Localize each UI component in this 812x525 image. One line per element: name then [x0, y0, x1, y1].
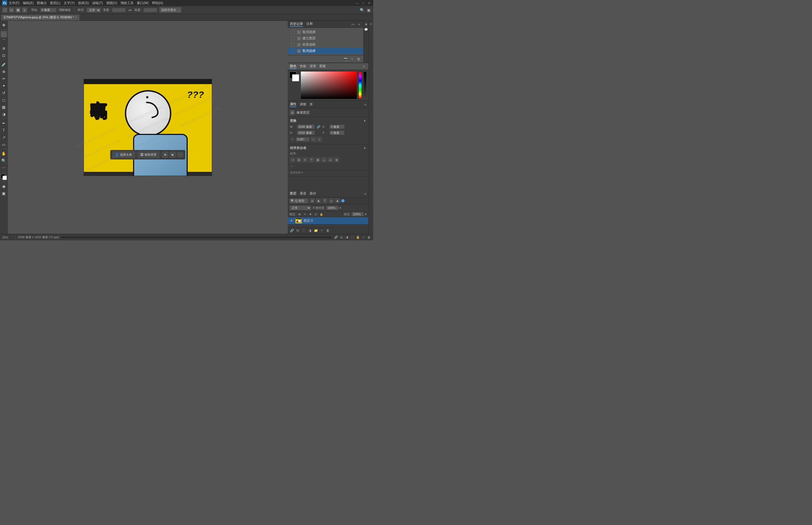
- menu-file[interactable]: 文件(F): [9, 1, 19, 5]
- status-delete-icon[interactable]: 🗑: [367, 235, 371, 240]
- quick-mask-tool[interactable]: ◉: [1, 183, 7, 190]
- color-swatches[interactable]: [1, 174, 7, 180]
- expand-icon[interactable]: >>: [351, 22, 355, 27]
- menu-select[interactable]: 选择(S): [78, 1, 89, 5]
- filter-text-icon[interactable]: T: [322, 198, 328, 204]
- workspace-icon[interactable]: ▣: [366, 7, 371, 13]
- history-menu-icon[interactable]: ≡: [357, 22, 361, 27]
- filter-shape-icon[interactable]: ▭: [328, 198, 334, 204]
- background-color[interactable]: [2, 176, 7, 180]
- fill-dropdown-icon[interactable]: ▾: [365, 212, 367, 216]
- eraser-tool[interactable]: ◻: [1, 97, 7, 103]
- menu-window[interactable]: 窗口(W): [137, 1, 149, 5]
- marquee-tool[interactable]: ⬚: [1, 31, 7, 38]
- history-item-3[interactable]: □ 取消选择: [288, 48, 363, 54]
- swatches-tab[interactable]: 色板: [300, 64, 306, 69]
- align-left-icon[interactable]: ⊣: [290, 157, 295, 163]
- align-top-icon[interactable]: ⊤: [309, 157, 314, 163]
- channels-tab[interactable]: 通道: [300, 191, 306, 196]
- menu-layer[interactable]: 图层(L): [50, 1, 61, 5]
- align-center-h-icon[interactable]: ⊟: [296, 157, 302, 163]
- fx-icon[interactable]: fx: [295, 228, 300, 233]
- refine-btn[interactable]: ⊕: [162, 152, 168, 158]
- history-tab[interactable]: 历史记录: [290, 21, 303, 27]
- lock-all-icon[interactable]: 🔒: [319, 212, 324, 216]
- menu-plugins[interactable]: 增效工具: [120, 1, 134, 5]
- history-side-icon-2[interactable]: 💬: [364, 27, 368, 32]
- tab-close-button[interactable]: ×: [75, 16, 77, 19]
- history-new-icon[interactable]: +: [350, 57, 355, 61]
- menu-image[interactable]: 图像(I): [37, 1, 46, 5]
- align-center-v-icon[interactable]: ⊠: [315, 157, 320, 163]
- zoom-tool[interactable]: 🔍: [1, 158, 7, 164]
- menu-filter[interactable]: 滤镜(T): [92, 1, 103, 5]
- paths-tab[interactable]: 路径: [310, 191, 316, 196]
- path-select-tool[interactable]: ↗: [1, 134, 7, 141]
- history-item-1[interactable]: □ 建立图层: [288, 35, 363, 42]
- menu-help[interactable]: 帮助(H): [152, 1, 163, 5]
- flip-v-icon[interactable]: ↕: [317, 137, 322, 142]
- blend-mode-select[interactable]: 正常: [289, 206, 311, 210]
- w-input[interactable]: [297, 124, 315, 129]
- adjustment-icon[interactable]: ◑: [307, 228, 312, 233]
- history-side-icon-1[interactable]: ◈: [364, 22, 368, 26]
- crop-tool[interactable]: ⊡: [1, 52, 7, 59]
- remove-background-button[interactable]: 🖼 移除背景: [137, 151, 160, 158]
- more-align-icon[interactable]: ···: [290, 163, 366, 169]
- properties-tab[interactable]: 属性: [290, 102, 297, 107]
- x-input[interactable]: [330, 124, 345, 129]
- status-lock-icon[interactable]: 🔒: [356, 235, 360, 240]
- search-icon[interactable]: 🔍: [360, 7, 364, 13]
- dodge-tool[interactable]: ◑: [1, 111, 7, 118]
- horizontal-scrollbar[interactable]: [61, 237, 332, 238]
- lock-transparent-icon[interactable]: ⊠: [297, 212, 302, 216]
- quick-select-tool[interactable]: ⊛: [1, 45, 7, 51]
- status-link-icon[interactable]: 🔗: [334, 235, 338, 240]
- select-subject-button[interactable]: 👤 选择主体: [112, 151, 135, 158]
- document-tab[interactable]: E7NNPSTVIAgminw.jpeg @ 25% (图层 0, RGB/8#…: [1, 14, 80, 20]
- adjustments-tab[interactable]: 调整: [300, 102, 306, 107]
- document-canvas[interactable]: 有事吗 ???: [84, 79, 212, 176]
- layers-tab[interactable]: 图层: [290, 191, 297, 196]
- style-select[interactable]: 正常: [87, 7, 101, 13]
- minimize-button[interactable]: —: [355, 1, 359, 5]
- mask-btn[interactable]: ☯: [169, 152, 176, 158]
- color-alpha-bar[interactable]: [363, 72, 367, 99]
- angle-input[interactable]: [296, 137, 310, 141]
- filter-adjust-icon[interactable]: ☯: [316, 198, 321, 204]
- brush-tool[interactable]: ✏: [1, 75, 7, 82]
- delete-layer-icon[interactable]: 🗑: [326, 228, 330, 233]
- width-input[interactable]: [112, 8, 126, 12]
- history-brush-tool[interactable]: ↺: [1, 90, 7, 96]
- filter-pixel-icon[interactable]: ⊡: [310, 198, 315, 204]
- gradient-tool[interactable]: ▦: [1, 104, 7, 110]
- status-fx-icon[interactable]: fx: [339, 235, 344, 240]
- menu-text[interactable]: 文字(Y): [64, 1, 75, 5]
- color-menu-icon[interactable]: ≡: [362, 64, 366, 69]
- link-layers-icon[interactable]: 🔗: [289, 228, 294, 233]
- lock-artboard-icon[interactable]: ✥: [308, 212, 313, 216]
- maximize-button[interactable]: □: [361, 1, 365, 5]
- layer-visibility-icon[interactable]: 👁: [289, 219, 294, 223]
- opacity-dropdown-icon[interactable]: ▾: [340, 206, 341, 210]
- status-new-icon[interactable]: +: [361, 235, 365, 240]
- transform-header[interactable]: 变换 ▼: [290, 118, 366, 124]
- notes-tab[interactable]: 注释: [306, 21, 313, 27]
- gradient-tab[interactable]: 渐变: [310, 64, 316, 69]
- libraries-tab[interactable]: 库: [310, 102, 313, 107]
- history-item-0[interactable]: □ 取消选择: [288, 29, 363, 35]
- color-tab[interactable]: 颜色: [290, 64, 297, 69]
- y-input[interactable]: [330, 131, 345, 135]
- history-snapshot-icon[interactable]: 📷: [343, 57, 348, 61]
- status-adjust-icon[interactable]: ◑: [345, 235, 349, 240]
- expand-right-btn[interactable]: ≡: [369, 22, 373, 26]
- align-header[interactable]: 对齐并分布 ▼: [290, 145, 366, 151]
- healing-tool[interactable]: ⊕: [1, 68, 7, 75]
- group-icon[interactable]: 📁: [313, 228, 318, 233]
- move-tool[interactable]: ✥: [1, 22, 7, 28]
- menu-view[interactable]: 视图(V): [106, 1, 117, 5]
- distribute-center-icon[interactable]: ⊛: [334, 157, 339, 163]
- menu-edit[interactable]: 编辑(E): [23, 1, 34, 5]
- close-button[interactable]: ✕: [367, 1, 371, 5]
- distribute-left-icon[interactable]: ⫤: [328, 157, 333, 163]
